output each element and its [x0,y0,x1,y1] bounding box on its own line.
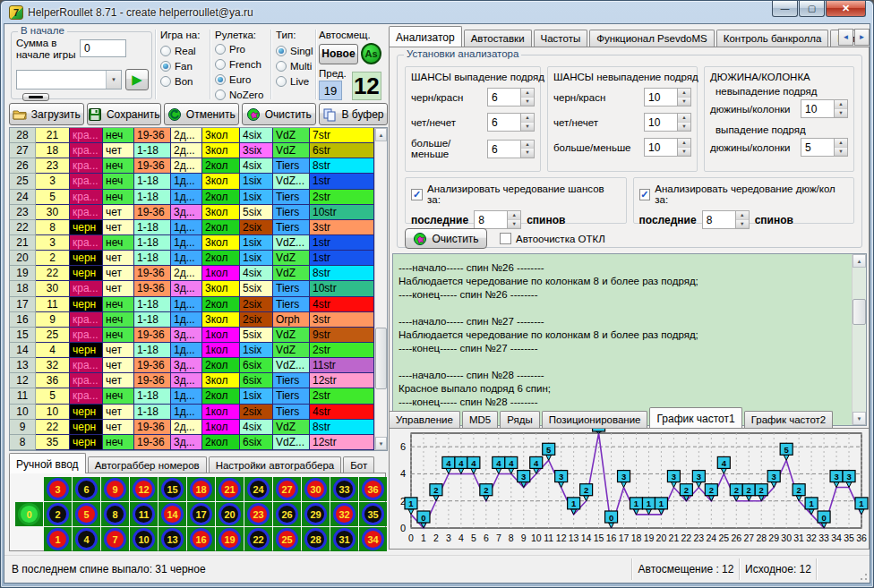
undo-button[interactable]: Отменить [164,103,239,125]
number-button-19[interactable]: 19 [216,527,244,551]
tab-позиционирование[interactable]: Позиционирование [542,411,648,428]
number-button-11[interactable]: 11 [130,502,158,526]
number-button-9[interactable]: 9 [101,477,129,501]
tab-график-частот1[interactable]: График частот1 [649,407,741,428]
scrollbar-thumb[interactable] [853,299,866,325]
scroll-up-icon[interactable]: ▲ [375,128,387,141]
table-row[interactable]: 202чернчет1-181д...2кол1sixVdZ1str [10,251,374,266]
table-row[interactable]: 2330кра...чет19-363д...3кол5sixTiers10st… [10,205,374,220]
maximize-button[interactable]: ▢ [799,1,825,17]
clear-button[interactable]: Очистить [242,103,317,125]
tabs-scroll-right-icon[interactable]: ► [854,29,870,46]
number-button-17[interactable]: 17 [187,502,215,526]
radio-fan[interactable]: Fan [160,58,209,73]
table-row[interactable]: 922чернчет19-362д...1кол4sixVdZ8str [10,420,374,435]
number-button-18[interactable]: 18 [187,477,215,501]
table-row[interactable]: 115кра...неч1-181д...2кол1sixTiers2str [10,388,374,404]
tab-автоставки[interactable]: Автоставки [464,30,532,47]
tab-анализатор[interactable]: Анализатор [389,26,462,47]
table-row[interactable]: 213кра...неч1-181д...3кол1sixVdZ...1str [10,235,374,251]
number-button-21[interactable]: 21 [216,477,244,501]
history-combobox[interactable]: ▼ [16,70,122,89]
scroll-up-icon[interactable]: ▲ [853,254,866,268]
number-button-16[interactable]: 16 [187,527,215,551]
tab-настройки-автограббера[interactable]: Настройки автограббера [209,456,342,473]
table-row[interactable]: 144чернчет1-181д...1кол1sixVdZ2str [10,343,374,358]
analyzer-clear-button[interactable]: Очистить [405,228,487,249]
collapse-button[interactable] [22,93,49,101]
radio-bon[interactable]: Bon [160,73,209,89]
value-spinner[interactable]: 10▲▼ [644,113,691,132]
number-button-32[interactable]: 32 [330,502,358,526]
table-row[interactable]: 1236кра...чет19-363д...3кол6sixTiers12st… [10,373,374,388]
table-row[interactable]: 2623кра...неч19-362д...2кол4sixTiers8str [10,158,374,174]
number-button-4[interactable]: 4 [73,527,100,551]
table-row[interactable]: 835черннеч19-363д...2кол6sixVdZ...12str [10,435,374,450]
number-button-24[interactable]: 24 [244,477,272,501]
number-button-29[interactable]: 29 [302,502,330,526]
as-icon-button[interactable]: As [361,43,381,64]
value-spinner[interactable]: 6▲▼ [487,140,535,158]
number-button-13[interactable]: 13 [159,527,186,551]
number-button-31[interactable]: 31 [330,527,358,551]
number-button-6[interactable]: 6 [73,477,100,501]
value-spinner[interactable]: 10▲▼ [644,88,691,107]
radio-nozero[interactable]: NoZero [215,87,269,102]
spins-table-scrollbar[interactable]: ▲ ▼ [374,128,387,450]
tabs-scroll-left-icon[interactable]: ◄ [838,29,853,46]
tab-график-частот2[interactable]: График частот2 [744,411,834,428]
radio-real[interactable]: Real [160,43,209,58]
table-row[interactable]: 1922чернчет19-362д...1кол4sixVdZ8str [10,266,374,281]
tab-автограббер-номеров[interactable]: Автограббер номеров [88,456,207,473]
table-row[interactable]: 2718кра...чет1-182д...3кол3sixVdZ6str [10,143,374,158]
number-button-28[interactable]: 28 [302,527,330,551]
number-button-33[interactable]: 33 [330,477,358,501]
number-button-23[interactable]: 23 [244,502,272,526]
number-button-22[interactable]: 22 [244,527,272,551]
number-button-1[interactable]: 1 [44,527,72,551]
radio-pro[interactable]: Pro [215,41,269,56]
table-row[interactable]: 1711черннеч1-181д...2кол2sixTiers4str [10,297,374,312]
scrollbar-thumb[interactable] [375,328,387,389]
number-button-30[interactable]: 30 [302,477,330,501]
table-row[interactable]: 1525кра...неч19-363д...1кол5sixVdZ9str [10,328,374,343]
number-button-27[interactable]: 27 [273,477,301,501]
load-button[interactable]: Загрузить [9,103,84,125]
log-scrollbar[interactable]: ▲ ▼ [852,254,866,425]
value-spinner[interactable]: 10▲▼ [644,138,691,157]
tab-бот[interactable]: Бот [343,456,374,473]
tab-ряды[interactable]: Ряды [500,411,540,428]
radio-euro[interactable]: Euro [215,72,269,87]
start-sum-input[interactable] [80,39,126,57]
table-row[interactable]: 1010чернчет1-181д...1кол2sixTiers4str [10,405,374,420]
number-button-8[interactable]: 8 [101,502,129,526]
number-button-26[interactable]: 26 [273,502,301,526]
table-row[interactable]: 169кра...неч1-181д...3кол2sixOrph3str [10,312,374,328]
number-button-10[interactable]: 10 [130,527,158,551]
value-spinner[interactable]: 6▲▼ [487,88,535,107]
alternation-dozens-checkbox[interactable]: ✓ [639,189,651,200]
tab-управление[interactable]: Управление [389,411,460,428]
dozens-spins-spinner[interactable]: 8▲▼ [702,210,750,229]
alternation-chances-checkbox[interactable]: ✓ [411,189,423,200]
radio-french[interactable]: French [215,56,269,72]
number-button-20[interactable]: 20 [216,502,244,526]
scroll-down-icon[interactable]: ▼ [375,437,387,450]
resize-grip[interactable] [857,570,868,581]
tab-ручной-ввод[interactable]: Ручной ввод [9,453,86,473]
minimize-button[interactable]: — [772,1,798,17]
tab-частоты[interactable]: Частоты [534,30,588,47]
spins-table[interactable]: 2821кра...неч19-362д...3кол4sixVdZ7str27… [10,128,374,450]
table-row[interactable]: 228чернчет1-181д...2кол2sixTiers3str [10,220,374,235]
number-button-14[interactable]: 14 [159,502,186,526]
number-button-3[interactable]: 3 [44,477,72,501]
analysis-log[interactable]: ----начало----- спин №26 -------- Наблюд… [392,253,867,426]
table-row[interactable]: 2821кра...неч19-362д...3кол4sixVdZ7str [10,128,374,143]
table-row[interactable]: 245кра...неч1-181д...2кол1sixTiers2str [10,190,374,205]
save-button[interactable]: Сохранить [87,103,162,125]
number-button-15[interactable]: 15 [159,477,186,501]
tab-md5[interactable]: MD5 [462,411,498,428]
chances-spins-spinner[interactable]: 8▲▼ [474,210,521,229]
tab-контроль-банкролла[interactable]: Контроль банкролла [716,30,829,47]
table-row[interactable]: 253кра...неч1-181д...3кол1sixVdZ...1str [10,174,374,189]
